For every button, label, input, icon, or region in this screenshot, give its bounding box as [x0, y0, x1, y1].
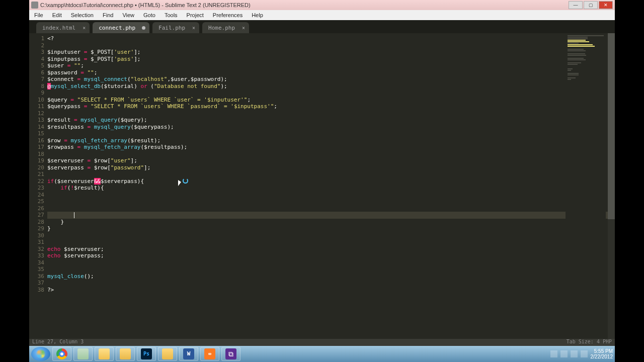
code-line[interactable]: ?> [47, 287, 615, 294]
code-line[interactable] [47, 259, 615, 266]
folder-icon [120, 348, 131, 359]
menu-find[interactable]: Find [99, 11, 117, 19]
code-line[interactable]: $resultpass = mysql_query($querypass); [47, 124, 615, 131]
code-line[interactable]: } [47, 219, 615, 226]
tab-close-icon[interactable]: × [242, 25, 245, 31]
tab-connect-php[interactable]: connect.php [93, 22, 149, 33]
code-line[interactable]: echo $serveruser; [47, 246, 615, 253]
start-button[interactable] [31, 347, 50, 361]
tab-index-html[interactable]: index.html× [36, 22, 90, 33]
tray-volume-icon[interactable] [571, 350, 578, 357]
tab-home-php[interactable]: Home.php× [202, 22, 249, 33]
code-line[interactable]: if(!$result){ [47, 185, 615, 192]
close-button[interactable]: ✕ [599, 1, 613, 9]
menu-preferences[interactable]: Preferences [209, 11, 247, 19]
code-line[interactable]: <? [47, 35, 615, 42]
line-number: 34 [29, 259, 44, 266]
taskbar-app-folder[interactable] [158, 347, 177, 361]
line-number: 23 [29, 185, 44, 192]
line-number: 35 [29, 266, 44, 273]
menu-goto[interactable]: Goto [139, 11, 159, 19]
code-line[interactable] [47, 198, 615, 205]
code-line[interactable]: } [47, 225, 615, 232]
line-number: 33 [29, 252, 44, 259]
taskbar-app-word[interactable]: W [179, 347, 198, 361]
line-number: 2 [29, 42, 44, 49]
maximize-button[interactable]: ▢ [584, 1, 598, 9]
code-line[interactable] [47, 232, 615, 239]
tab-close-icon[interactable]: × [192, 25, 195, 31]
taskbar-app-vs[interactable] [221, 347, 240, 361]
code-content[interactable]: <?$inputuser = $_POST['user'];$inputpass… [47, 33, 615, 339]
line-number: 3 [29, 49, 44, 56]
tab-label: connect.php [99, 25, 135, 31]
line-number: 32 [29, 246, 44, 253]
tray-battery-icon[interactable] [581, 350, 588, 357]
code-line[interactable] [47, 205, 615, 212]
code-line[interactable] [47, 42, 615, 49]
menu-view[interactable]: View [118, 11, 138, 19]
taskbar-app-explorer[interactable] [95, 347, 114, 361]
code-line[interactable] [47, 151, 615, 158]
code-line[interactable]: $inputpass = $_POST['pass']; [47, 56, 615, 63]
line-number: 7 [29, 76, 44, 83]
line-number: 5 [29, 62, 44, 69]
line-number: 30 [29, 232, 44, 239]
status-right: Tab Size: 4 PHP [567, 339, 612, 346]
menu-project[interactable]: Project [183, 11, 208, 19]
scrollbar-thumb[interactable] [608, 33, 615, 219]
code-line[interactable] [47, 130, 615, 137]
tab-close-icon[interactable]: × [83, 25, 86, 31]
code-line[interactable] [47, 266, 615, 273]
tray-flag-icon[interactable] [550, 350, 557, 357]
code-line[interactable] [47, 280, 615, 287]
status-left: Line 27, Column 3 [32, 339, 84, 346]
code-line[interactable] [47, 89, 615, 97]
code-line[interactable]: $rowpass = mysql_fetch_array($resultpass… [47, 144, 615, 151]
system-tray: 5:55 PM 2/22/2012 [550, 348, 613, 359]
taskbar-app-folder[interactable] [116, 347, 135, 361]
vertical-scrollbar[interactable] [608, 33, 615, 339]
code-line[interactable]: mysql_close(); [47, 273, 615, 280]
code-line[interactable]: $user = ""; [47, 62, 615, 69]
menu-tools[interactable]: Tools [160, 11, 182, 19]
tab-fail-php[interactable]: Fail.php× [152, 22, 199, 33]
menu-edit[interactable]: Edit [48, 11, 66, 19]
code-line[interactable]: $connect = mysql_connect("localhost",$us… [47, 76, 615, 83]
code-line[interactable]: $serverpass = $row["password"]; [47, 164, 615, 171]
minimize-button[interactable]: — [569, 1, 583, 9]
line-number: 31 [29, 239, 44, 246]
code-line[interactable]: $serveruser = $row["user"]; [47, 157, 615, 164]
line-number: 11 [29, 103, 44, 110]
taskbar-clock[interactable]: 5:55 PM 2/22/2012 [591, 348, 613, 359]
menu-selection[interactable]: Selection [67, 11, 98, 19]
chrome-icon [56, 348, 67, 359]
menu-help[interactable]: Help [248, 11, 267, 19]
code-line[interactable] [47, 192, 615, 199]
code-line[interactable]: $querypass = "SELECT * FROM `users` WHER… [47, 103, 615, 110]
code-line[interactable]: $inputuser = $_POST['user']; [47, 49, 615, 56]
taskbar-app-chrome[interactable] [52, 347, 71, 361]
code-line[interactable] [47, 110, 615, 117]
code-line[interactable]: $row = mysql_fetch_array($result); [47, 137, 615, 144]
taskbar-app-pin[interactable] [73, 347, 93, 361]
code-line[interactable] [47, 171, 615, 178]
code-line[interactable]: $query = "SELECT * FROM `users` WHERE `u… [47, 97, 615, 104]
minimap[interactable] [566, 33, 606, 339]
line-number: 16 [29, 137, 44, 144]
tab-label: Home.php [208, 25, 235, 31]
status-bar: Line 27, Column 3 Tab Size: 4 PHP [29, 339, 615, 346]
code-line[interactable] [47, 239, 615, 246]
code-line[interactable]: @mysql_select_db($tutorial) or ("Databas… [47, 83, 615, 90]
code-line[interactable] [47, 212, 615, 219]
explorer-icon [99, 348, 110, 359]
code-line[interactable]: $result = mysql_query($query); [47, 117, 615, 124]
title-bar: C:\xampp\htdocs\Tutorial\connect.php • (… [29, 0, 615, 10]
menu-file[interactable]: File [30, 11, 47, 19]
tray-network-icon[interactable] [560, 350, 568, 357]
code-line[interactable]: echo $serverpass; [47, 252, 615, 259]
code-line[interactable]: if($serveruser&&$serverpass){ [47, 178, 615, 185]
taskbar-app-xampp[interactable]: ∞ [200, 347, 219, 361]
taskbar-app-ps[interactable]: Ps [137, 347, 156, 361]
code-line[interactable]: $password = ""; [47, 69, 615, 76]
